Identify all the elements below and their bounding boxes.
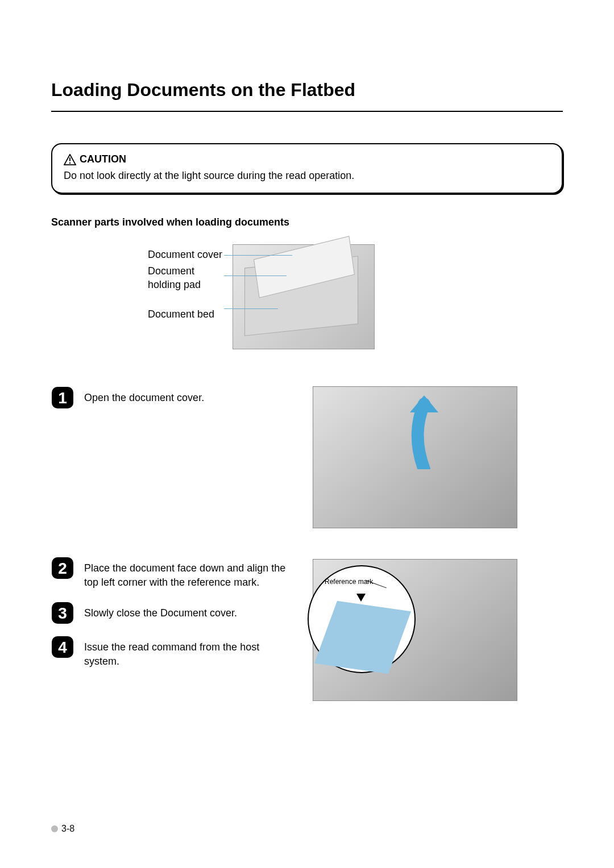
step-badge-4-icon: 4 (51, 636, 74, 658)
label-document-pad-1: Document (148, 264, 222, 278)
arrow-up-icon (399, 395, 450, 469)
svg-marker-5 (410, 395, 438, 412)
title-rule (51, 111, 563, 112)
page-footer: 3-8 (51, 824, 74, 834)
diagram-parts: Document cover Document holding pad Docu… (148, 244, 563, 349)
caution-text: Do not look directly at the light source… (64, 169, 550, 182)
page-title: Loading Documents on the Flatbed (51, 80, 563, 101)
svg-text:4: 4 (58, 639, 67, 656)
step-1: 1 Open the document cover. (51, 386, 296, 409)
photo-reference-mark: Reference mark (313, 559, 517, 701)
svg-text:2: 2 (58, 560, 67, 577)
section-heading: Scanner parts involved when loading docu… (51, 216, 563, 228)
photo-open-cover (313, 386, 517, 528)
label-document-cover: Document cover (148, 248, 222, 261)
label-document-pad-2: holding pad (148, 278, 222, 291)
svg-text:3: 3 (58, 604, 67, 622)
step-badge-2-icon: 2 (51, 557, 74, 579)
step-4: 4 Issue the read command from the host s… (51, 636, 296, 669)
step-4-text: Issue the read command from the host sys… (84, 636, 289, 669)
page-number: 3-8 (61, 824, 74, 834)
step-3: 3 Slowly close the Document cover. (51, 602, 296, 624)
step-badge-3-icon: 3 (51, 602, 74, 624)
warning-triangle-icon (64, 154, 76, 165)
svg-text:1: 1 (58, 389, 67, 407)
scanner-parts-image (233, 244, 375, 349)
footer-bullet-icon (51, 825, 58, 832)
caution-box: CAUTION Do not look directly at the ligh… (51, 143, 563, 194)
step-3-text: Slowly close the Document cover. (84, 602, 237, 620)
step-badge-1-icon: 1 (51, 386, 74, 409)
step-1-text: Open the document cover. (84, 386, 204, 405)
caution-heading: CAUTION (80, 153, 126, 165)
step-2-text: Place the document face down and align t… (84, 557, 289, 590)
step-2: 2 Place the document face down and align… (51, 557, 296, 590)
reference-mark-triangle-icon (356, 594, 366, 602)
svg-point-2 (69, 162, 71, 164)
label-document-bed: Document bed (148, 307, 222, 321)
